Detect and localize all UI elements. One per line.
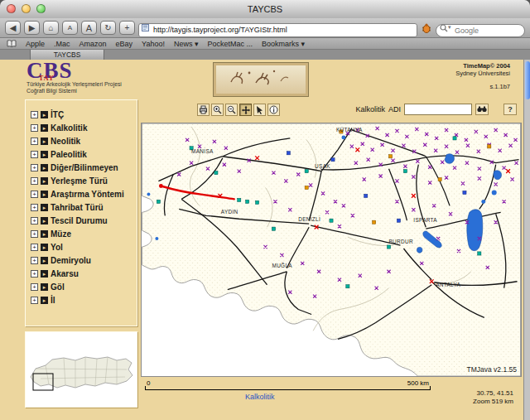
layer-toggle-icon[interactable]: ▸: [41, 230, 48, 238]
title-bar[interactable]: TAYCBS: [0, 0, 530, 19]
layer-toggle-icon[interactable]: ▸: [41, 111, 48, 118]
sidebar-item-i-t-[interactable]: +▸İTÇ: [31, 108, 137, 121]
expand-icon[interactable]: +: [31, 230, 38, 238]
vertical-scrollbar[interactable]: [523, 60, 530, 420]
expand-icon[interactable]: +: [31, 257, 38, 264]
status-coordinates: 30.75, 41.51 Zoom 519 km: [473, 389, 513, 406]
sidebar-item-i-l[interactable]: +▸İl: [31, 293, 137, 307]
select-button[interactable]: [253, 104, 266, 116]
adi-search-input[interactable]: [404, 104, 472, 115]
expand-icon[interactable]: +: [31, 270, 38, 278]
print-icon: [199, 105, 208, 114]
sidebar-item-kalkolitik[interactable]: +▸Kalkolitik: [31, 121, 137, 134]
identify-button[interactable]: [267, 104, 280, 116]
layer-toggle-icon[interactable]: ▸: [41, 164, 48, 171]
home-button[interactable]: ⌂: [43, 21, 59, 35]
layer-tree-panel: +▸İTÇ+▸Kalkolitik+▸Neolitik+▸Paleolitik+…: [25, 99, 137, 326]
help-button[interactable]: ?: [504, 104, 517, 115]
bookmark-item[interactable]: PocketMac ...: [207, 40, 253, 48]
pan-button[interactable]: [239, 104, 252, 116]
text-smaller-button[interactable]: A: [62, 21, 78, 35]
sidebar-item-tescil-durumu[interactable]: +▸Tescil Durumu: [31, 214, 137, 227]
expand-icon[interactable]: +: [31, 111, 38, 118]
map-viewport[interactable]: KÜTAHYAMANİSAUŞAKAYDINDENİZLİISPARTABURD…: [141, 123, 522, 377]
text-bigger-icon: A: [86, 23, 92, 33]
layer-toggle-icon[interactable]: ▸: [41, 138, 48, 145]
search-options-chevron-icon[interactable]: ▾: [448, 24, 451, 31]
bookmark-item[interactable]: Amazon: [80, 40, 107, 48]
logo-cbs-text: CBS TAY: [26, 60, 159, 81]
sidebar-item-paleolitik[interactable]: +▸Paleolitik: [31, 147, 137, 161]
add-bookmark-button[interactable]: +: [119, 21, 135, 35]
sidebar-item-label: Demiryolu: [51, 256, 91, 265]
sidebar-item-label: Müze: [51, 229, 71, 239]
sidebar-item-demiryolu[interactable]: +▸Demiryolu: [31, 253, 137, 267]
bookmark-item[interactable]: Yahoo!: [142, 40, 165, 48]
text-smaller-icon: A: [68, 24, 72, 31]
find-button[interactable]: [475, 104, 489, 115]
sidebar-item-tahribat-t-r-[interactable]: +▸Tahribat Türü: [31, 200, 137, 214]
site-logo: CBS TAY Türkiye Arkeolojik Yerleşmeleri …: [26, 60, 159, 94]
city-label: MUĞLA: [272, 262, 292, 268]
zoom-in-button[interactable]: [211, 104, 224, 116]
reload-button[interactable]: ↻: [100, 21, 116, 35]
layer-toggle-icon[interactable]: ▸: [41, 151, 48, 158]
print-button[interactable]: [197, 104, 210, 116]
layer-toggle-icon[interactable]: ▸: [41, 204, 48, 211]
sidebar-item-m-ze[interactable]: +▸Müze: [31, 227, 137, 240]
sidebar-item-label: Paleolitik: [51, 150, 87, 159]
layer-toggle-icon[interactable]: ▸: [41, 177, 48, 185]
sidebar-item-label: Yol: [51, 243, 63, 252]
sidebar-item-label: Yerleşme Türü: [51, 176, 108, 186]
expand-icon[interactable]: +: [31, 191, 38, 198]
add-icon: +: [125, 23, 130, 32]
expand-icon[interactable]: +: [31, 297, 38, 304]
expand-icon[interactable]: +: [31, 177, 38, 185]
layer-toggle-icon[interactable]: ▸: [41, 257, 48, 264]
timemap-credit: TimeMap© 2004 Sydney Üniversitesi s.1.1b…: [455, 62, 510, 90]
coords-label: 30.75, 41.51: [473, 389, 513, 398]
layer-toggle-icon[interactable]: ▸: [41, 124, 48, 132]
sidebar-item-yol[interactable]: +▸Yol: [31, 240, 137, 253]
sidebar-item-di-er-bilinmeyen[interactable]: +▸Diğer/Bilinmeyen: [31, 161, 137, 174]
scrollbar-thumb[interactable]: [525, 61, 530, 99]
bookmarks-book-icon[interactable]: [7, 40, 17, 48]
sidebar-item-g-l[interactable]: +▸Göl: [31, 280, 137, 293]
sidebar-item-neolitik[interactable]: +▸Neolitik: [31, 134, 137, 147]
bookmark-item[interactable]: Bookmarks ▾: [262, 40, 305, 48]
expand-icon[interactable]: +: [31, 204, 38, 211]
sidebar-item-yerle-me-t-r-[interactable]: +▸Yerleşme Türü: [31, 174, 137, 187]
bookmark-item[interactable]: Apple: [26, 40, 45, 48]
text-bigger-button[interactable]: A: [81, 21, 97, 35]
forward-button[interactable]: ▶: [24, 21, 40, 35]
expand-icon[interactable]: +: [31, 151, 38, 158]
report-bug-icon[interactable]: [421, 22, 432, 34]
map-canvas[interactable]: KÜTAHYAMANİSAUŞAKAYDINDENİZLİISPARTABURD…: [142, 123, 521, 376]
bookmark-item[interactable]: News ▾: [174, 40, 199, 48]
zoom-out-icon: [227, 105, 236, 114]
sidebar-item-akarsu[interactable]: +▸Akarsu: [31, 267, 137, 280]
expand-icon[interactable]: +: [31, 138, 38, 145]
sidebar-item-ara-t-rma-y-ntemi[interactable]: +▸Araştırma Yöntemi: [31, 187, 137, 200]
expand-icon[interactable]: +: [31, 164, 38, 171]
turkey-overview-map[interactable]: [27, 349, 135, 400]
search-icon: [440, 24, 448, 32]
city-label: ANTALYA: [436, 282, 460, 287]
reload-icon: ↻: [104, 23, 111, 32]
expand-icon[interactable]: +: [31, 244, 38, 251]
bookmark-item[interactable]: .Mac: [54, 40, 70, 48]
expand-icon[interactable]: +: [31, 283, 38, 291]
zoom-out-button[interactable]: [225, 104, 238, 116]
layer-toggle-icon[interactable]: ▸: [41, 283, 48, 291]
url-input[interactable]: [138, 23, 417, 37]
layer-toggle-icon[interactable]: ▸: [41, 217, 48, 224]
back-button[interactable]: ◀: [5, 21, 21, 35]
layer-toggle-icon[interactable]: ▸: [41, 191, 48, 198]
bookmark-item[interactable]: eBay: [116, 40, 133, 48]
layer-toggle-icon[interactable]: ▸: [41, 270, 48, 278]
expand-icon[interactable]: +: [31, 217, 38, 224]
layer-toggle-icon[interactable]: ▸: [41, 297, 48, 304]
map-toolbar: [197, 104, 280, 116]
layer-toggle-icon[interactable]: ▸: [41, 244, 48, 251]
expand-icon[interactable]: +: [31, 124, 38, 132]
